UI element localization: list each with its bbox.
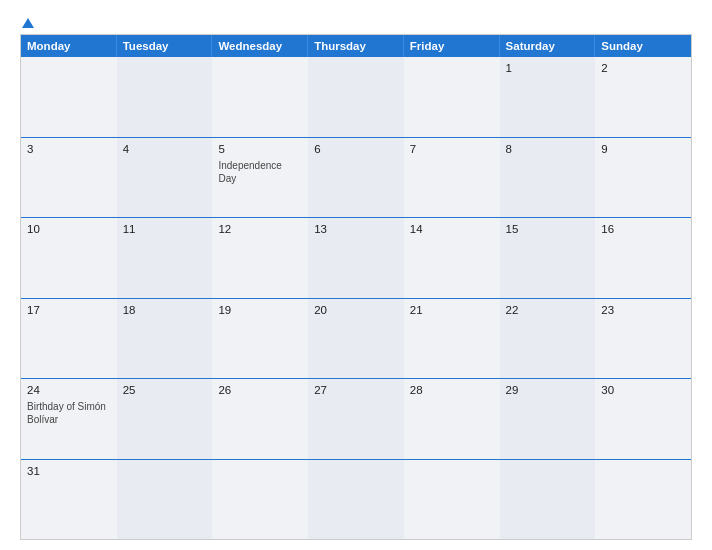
day-number: 2 (601, 62, 685, 74)
cal-cell: 3 (21, 138, 117, 218)
cal-cell: 16 (595, 218, 691, 298)
cal-cell: 18 (117, 299, 213, 379)
cal-cell (308, 57, 404, 137)
cal-cell: 10 (21, 218, 117, 298)
day-number: 14 (410, 223, 494, 235)
day-number: 24 (27, 384, 111, 396)
cal-cell: 19 (212, 299, 308, 379)
cal-cell: 8 (500, 138, 596, 218)
day-number: 18 (123, 304, 207, 316)
cal-cell: 26 (212, 379, 308, 459)
calendar-week-5: 31 (21, 460, 691, 540)
day-number: 1 (506, 62, 590, 74)
day-number: 3 (27, 143, 111, 155)
cal-cell: 24Birthday of Simón Bolívar (21, 379, 117, 459)
day-number: 8 (506, 143, 590, 155)
calendar-header-row: MondayTuesdayWednesdayThursdayFridaySatu… (21, 35, 691, 57)
cal-header-saturday: Saturday (500, 35, 596, 57)
cal-cell (308, 460, 404, 540)
cal-cell: 7 (404, 138, 500, 218)
day-number: 9 (601, 143, 685, 155)
day-number: 30 (601, 384, 685, 396)
cal-header-wednesday: Wednesday (212, 35, 308, 57)
logo (20, 18, 34, 28)
cal-cell: 12 (212, 218, 308, 298)
page: MondayTuesdayWednesdayThursdayFridaySatu… (0, 0, 712, 550)
day-number: 21 (410, 304, 494, 316)
cal-cell: 11 (117, 218, 213, 298)
cal-cell: 29 (500, 379, 596, 459)
cal-cell: 14 (404, 218, 500, 298)
cal-cell: 25 (117, 379, 213, 459)
day-number: 15 (506, 223, 590, 235)
cal-cell: 27 (308, 379, 404, 459)
cal-cell: 22 (500, 299, 596, 379)
cal-cell (404, 57, 500, 137)
cal-header-monday: Monday (21, 35, 117, 57)
cal-cell: 5Independence Day (212, 138, 308, 218)
cal-cell (117, 460, 213, 540)
cal-cell: 17 (21, 299, 117, 379)
day-number: 5 (218, 143, 302, 155)
day-number: 31 (27, 465, 111, 477)
cal-header-friday: Friday (404, 35, 500, 57)
cal-header-sunday: Sunday (595, 35, 691, 57)
cal-cell: 4 (117, 138, 213, 218)
logo-triangle-icon (22, 18, 34, 28)
cal-cell (212, 460, 308, 540)
cal-cell (21, 57, 117, 137)
day-number: 10 (27, 223, 111, 235)
calendar: MondayTuesdayWednesdayThursdayFridaySatu… (20, 34, 692, 540)
day-event: Birthday of Simón Bolívar (27, 400, 111, 426)
day-number: 13 (314, 223, 398, 235)
day-number: 23 (601, 304, 685, 316)
cal-cell: 13 (308, 218, 404, 298)
day-number: 6 (314, 143, 398, 155)
cal-cell: 15 (500, 218, 596, 298)
day-number: 4 (123, 143, 207, 155)
cal-cell (595, 460, 691, 540)
day-number: 25 (123, 384, 207, 396)
cal-header-tuesday: Tuesday (117, 35, 213, 57)
day-number: 16 (601, 223, 685, 235)
cal-cell: 1 (500, 57, 596, 137)
day-number: 7 (410, 143, 494, 155)
cal-cell: 28 (404, 379, 500, 459)
day-number: 12 (218, 223, 302, 235)
day-event: Independence Day (218, 159, 302, 185)
day-number: 27 (314, 384, 398, 396)
cal-cell: 9 (595, 138, 691, 218)
calendar-week-3: 17181920212223 (21, 299, 691, 380)
cal-cell: 6 (308, 138, 404, 218)
day-number: 22 (506, 304, 590, 316)
cal-cell: 23 (595, 299, 691, 379)
cal-cell: 21 (404, 299, 500, 379)
calendar-body: 12345Independence Day6789101112131415161… (21, 57, 691, 539)
cal-cell (117, 57, 213, 137)
cal-cell (212, 57, 308, 137)
day-number: 20 (314, 304, 398, 316)
calendar-week-2: 10111213141516 (21, 218, 691, 299)
cal-cell (404, 460, 500, 540)
cal-cell: 30 (595, 379, 691, 459)
calendar-week-1: 345Independence Day6789 (21, 138, 691, 219)
cal-cell: 31 (21, 460, 117, 540)
cal-cell (500, 460, 596, 540)
day-number: 11 (123, 223, 207, 235)
header (20, 18, 692, 28)
calendar-week-4: 24Birthday of Simón Bolívar252627282930 (21, 379, 691, 460)
cal-cell: 20 (308, 299, 404, 379)
day-number: 26 (218, 384, 302, 396)
day-number: 29 (506, 384, 590, 396)
day-number: 17 (27, 304, 111, 316)
calendar-week-0: 12 (21, 57, 691, 138)
cal-header-thursday: Thursday (308, 35, 404, 57)
day-number: 28 (410, 384, 494, 396)
day-number: 19 (218, 304, 302, 316)
cal-cell: 2 (595, 57, 691, 137)
